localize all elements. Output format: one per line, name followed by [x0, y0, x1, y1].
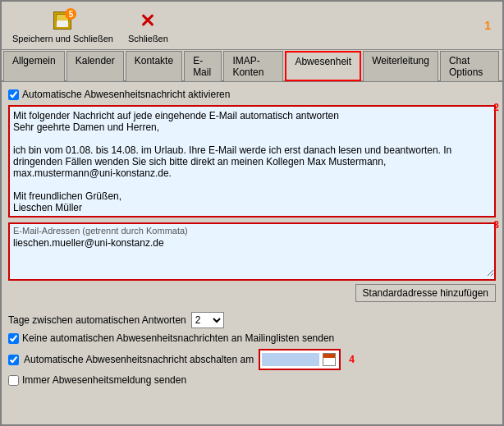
- tab-kontakte[interactable]: Kontakte: [126, 51, 182, 81]
- no-mailinglist-label: Keine automatischen Abwesenheitsnachrich…: [22, 332, 334, 344]
- tab-chat[interactable]: Chat Options: [440, 51, 499, 81]
- tab-abwesenheit[interactable]: Abwesenheit: [285, 51, 361, 81]
- email-textarea[interactable]: [10, 236, 494, 277]
- standardadresse-button[interactable]: Standardadresse hinzufügen: [355, 284, 496, 302]
- no-mailinglist-row: Keine automatischen Abwesenheitsnachrich…: [8, 332, 496, 344]
- auto-disable-checkbox[interactable]: [8, 355, 19, 365]
- activate-checkbox[interactable]: [8, 89, 19, 100]
- immer-row: Immer Abwesenheitsmeldung senden: [8, 374, 496, 386]
- tabs-bar: Allgemein Kalender Kontakte E-Mail IMAP-…: [2, 50, 502, 82]
- tab-email[interactable]: E-Mail: [184, 51, 222, 81]
- save-close-button[interactable]: 5 Speichern und Schließen: [7, 5, 119, 46]
- activate-label: Automatische Abwesenheitsnachricht aktiv…: [22, 89, 230, 100]
- close-icon: [135, 7, 161, 34]
- email-section-label: E-Mail-Adressen (getrennt durch Kommata): [10, 224, 494, 236]
- days-row: Tage zwischen automatischen Antworten 2 …: [8, 312, 496, 328]
- no-mailinglist-checkbox[interactable]: [8, 333, 19, 344]
- badge-number: 5: [65, 8, 76, 20]
- message-textarea[interactable]: [10, 107, 494, 213]
- section-2-number: 2: [493, 102, 499, 113]
- toolbar: 5 Speichern und Schließen Schließen 1: [2, 2, 502, 50]
- date-input[interactable]: 2016-08-15: [262, 353, 319, 366]
- tab-kalender[interactable]: Kalender: [66, 51, 124, 81]
- close-button[interactable]: Schließen: [122, 5, 174, 46]
- main-window: 5 Speichern und Schließen Schließen 1 Al…: [0, 0, 504, 426]
- days-select[interactable]: 2 1 3 5 7: [191, 312, 224, 328]
- calendar-button[interactable]: [321, 351, 337, 368]
- section-3-number: 3: [493, 219, 499, 231]
- auto-disable-label: Automatische Abwesenheitsnachricht absch…: [24, 354, 254, 365]
- immer-checkbox[interactable]: [8, 375, 19, 386]
- top-number: 1: [484, 19, 491, 32]
- date-box: 2016-08-15: [259, 349, 341, 370]
- calendar-icon: [323, 353, 336, 366]
- days-label: Tage zwischen automatischen Antworten: [8, 314, 186, 326]
- tab-imap[interactable]: IMAP-Konten: [223, 51, 283, 81]
- activate-row: Automatische Abwesenheitsnachricht aktiv…: [8, 89, 496, 100]
- save-close-label: Speichern und Schließen: [12, 34, 113, 44]
- message-section: 2: [8, 105, 496, 218]
- message-box: [8, 105, 496, 218]
- save-icon: 5: [49, 7, 76, 34]
- tab-weiterleitung[interactable]: Weiterleitung: [363, 51, 438, 81]
- section-4-number: 4: [349, 354, 355, 365]
- immer-label: Immer Abwesenheitsmeldung senden: [22, 374, 186, 386]
- content-area: Automatische Abwesenheitsnachricht aktiv…: [2, 82, 502, 424]
- close-label: Schließen: [128, 34, 168, 44]
- tab-allgemein[interactable]: Allgemein: [3, 51, 65, 81]
- auto-disable-row: Automatische Abwesenheitsnachricht absch…: [8, 349, 496, 370]
- email-section-wrapper: E-Mail-Adressen (getrennt durch Kommata)…: [8, 222, 496, 281]
- email-box: E-Mail-Adressen (getrennt durch Kommata): [8, 222, 496, 281]
